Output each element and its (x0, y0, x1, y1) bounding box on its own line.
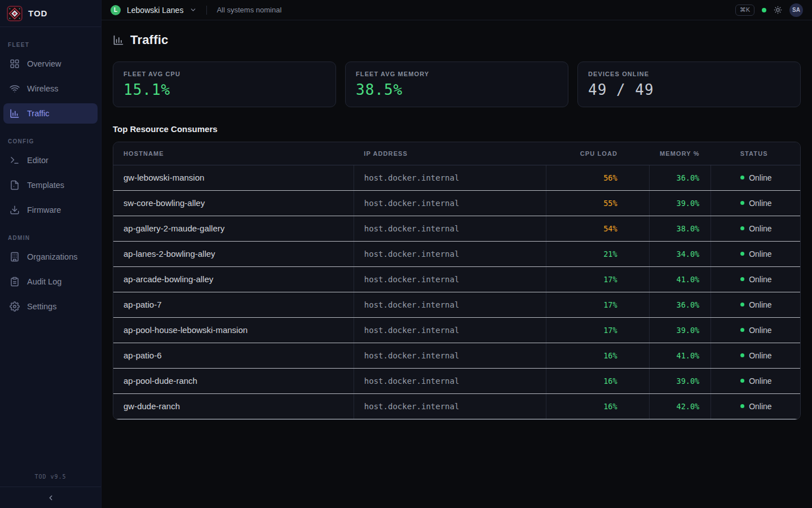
status-text: Online (749, 249, 771, 259)
sidebar-item-audit-log[interactable]: Audit Log (3, 271, 98, 292)
hostname-cell: ap-patio-6 (113, 343, 354, 368)
sidebar-item-overview[interactable]: Overview (3, 54, 98, 74)
sidebar-item-settings[interactable]: Settings (3, 296, 98, 317)
cpu-load-cell: 54% (546, 216, 649, 241)
online-status-dot (740, 277, 744, 281)
stat-card-fleet-avg-memory: FLEET AVG MEMORY 38.5% (345, 62, 568, 107)
online-status-dot (740, 379, 744, 383)
status-badge: Online (740, 351, 800, 360)
main-area: L Lebowski Lanes All systems nominal ⌘K … (102, 0, 812, 508)
app-logo-row: TOD (0, 0, 101, 27)
table-row[interactable]: gw-lebowski-mansionhost.docker.internal5… (113, 165, 800, 190)
terminal-icon (10, 155, 20, 165)
resource-table: HOSTNAME IP ADDRESS CPU LOAD MEMORY % ST… (113, 142, 801, 420)
theme-toggle-button[interactable] (774, 6, 782, 14)
sidebar-item-firmware[interactable]: Firmware (3, 200, 98, 220)
sidebar-item-templates[interactable]: Templates (3, 175, 98, 195)
bar-chart-icon (113, 34, 124, 46)
status-badge: Online (740, 224, 800, 233)
table-row[interactable]: ap-pool-house-lebowski-mansionhost.docke… (113, 317, 800, 343)
sidebar-item-label: Traffic (27, 109, 49, 118)
sidebar-item-wireless[interactable]: Wireless (3, 78, 98, 99)
sidebar-section-label-fleet: FLEET (3, 42, 98, 48)
wifi-icon (10, 84, 20, 94)
sidebar-item-organizations[interactable]: Organizations (3, 247, 98, 267)
status-text: Online (749, 275, 771, 284)
online-status-dot (740, 404, 744, 408)
status-text: Online (749, 173, 771, 182)
sidebar-item-traffic[interactable]: Traffic (3, 103, 98, 124)
memory-cell: 38.0% (649, 216, 711, 241)
table-row[interactable]: ap-pool-dude-ranchhost.docker.internal16… (113, 368, 800, 393)
table-row[interactable]: sw-core-bowling-alleyhost.docker.interna… (113, 190, 800, 216)
page-title: Traffic (130, 33, 168, 47)
status-badge: Online (740, 402, 800, 411)
grid-icon (10, 59, 20, 69)
memory-cell: 39.0% (649, 317, 711, 343)
sidebar-item-label: Firmware (27, 205, 61, 214)
status-badge: Online (740, 376, 800, 386)
column-header-hostname: HOSTNAME (113, 142, 354, 165)
status-cell: Online (711, 190, 800, 216)
sidebar-item-label: Organizations (27, 252, 77, 261)
sidebar-section-label-config: CONFIG (3, 138, 98, 144)
building-icon (10, 252, 20, 262)
stat-value: 15.1% (123, 81, 325, 98)
sidebar-footer: TOD v9.5 (0, 468, 101, 508)
memory-cell: 41.0% (649, 266, 711, 292)
online-status-dot (740, 226, 744, 230)
cpu-load-cell: 17% (546, 317, 649, 343)
table-row[interactable]: ap-arcade-bowling-alleyhost.docker.inter… (113, 266, 800, 292)
cpu-load-cell: 16% (546, 343, 649, 368)
table-row[interactable]: ap-patio-6host.docker.internal16%41.0%On… (113, 343, 800, 368)
online-status-dot (740, 201, 744, 205)
hostname-cell: ap-pool-dude-ranch (113, 368, 354, 393)
status-cell: Online (711, 393, 800, 419)
ip-address-cell: host.docker.internal (354, 343, 546, 368)
sidebar-nav: FLEETOverviewWirelessTrafficCONFIGEditor… (0, 27, 101, 468)
ip-address-cell: host.docker.internal (354, 393, 546, 419)
sidebar-item-editor[interactable]: Editor (3, 150, 98, 170)
gear-icon (10, 301, 20, 312)
hostname-cell: ap-gallery-2-maude-gallery (113, 216, 354, 241)
cpu-load-cell: 16% (546, 393, 649, 419)
status-cell: Online (711, 368, 800, 393)
command-palette-button[interactable]: ⌘K (735, 5, 754, 16)
download-icon (10, 205, 20, 215)
sidebar-collapse-button[interactable] (0, 487, 101, 508)
table-section-title: Top Resource Consumers (113, 124, 801, 134)
status-badge: Online (740, 275, 800, 284)
status-cell: Online (711, 317, 800, 343)
table-row[interactable]: ap-gallery-2-maude-galleryhost.docker.in… (113, 216, 800, 241)
chevron-down-icon[interactable] (189, 6, 197, 14)
sidebar-item-label: Settings (27, 302, 56, 311)
stat-value: 49 / 49 (588, 81, 790, 98)
hostname-cell: ap-lanes-2-bowling-alley (113, 241, 354, 266)
hostname-cell: gw-lebowski-mansion (113, 165, 354, 190)
hostname-cell: ap-patio-7 (113, 292, 354, 317)
org-name[interactable]: Lebowski Lanes (127, 6, 183, 15)
table-row[interactable]: ap-lanes-2-bowling-alleyhost.docker.inte… (113, 241, 800, 266)
ip-address-cell: host.docker.internal (354, 241, 546, 266)
online-status-dot (740, 328, 744, 332)
status-cell: Online (711, 241, 800, 266)
status-text: Online (749, 224, 771, 233)
sidebar-item-label: Editor (27, 156, 48, 165)
table-row[interactable]: gw-dude-ranchhost.docker.internal16%42.0… (113, 393, 800, 419)
online-status-dot (740, 252, 744, 256)
ip-address-cell: host.docker.internal (354, 190, 546, 216)
memory-cell: 36.0% (649, 292, 711, 317)
table-row[interactable]: ap-patio-7host.docker.internal17%36.0%On… (113, 292, 800, 317)
memory-cell: 39.0% (649, 190, 711, 216)
stat-card-devices-online: DEVICES ONLINE 49 / 49 (577, 62, 801, 107)
clipboard-icon (10, 277, 20, 287)
app-name: TOD (28, 8, 47, 18)
online-status-dot (740, 176, 744, 179)
stat-label: FLEET AVG CPU (123, 71, 325, 77)
user-avatar[interactable]: SA (789, 3, 803, 17)
org-avatar: L (111, 5, 121, 15)
cpu-load-cell: 56% (546, 165, 649, 190)
status-cell: Online (711, 216, 800, 241)
hostname-cell: ap-pool-house-lebowski-mansion (113, 317, 354, 343)
stat-value: 38.5% (356, 81, 558, 98)
